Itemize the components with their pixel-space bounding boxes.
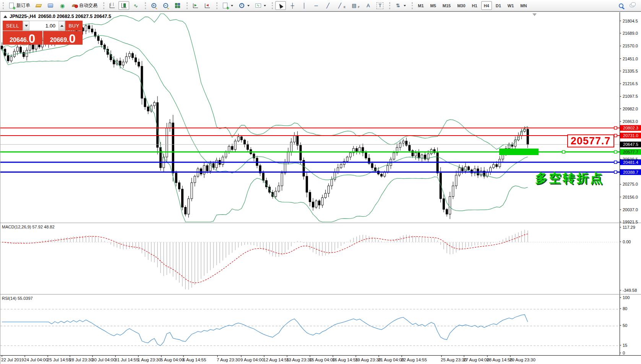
chart-window[interactable]: 21804.521689.021570.021451.021335.521216… bbox=[0, 12, 641, 364]
auto-scroll-button[interactable]: ▶ bbox=[190, 1, 201, 10]
buy-price-big-digit: 0 bbox=[69, 34, 76, 44]
channel-tool-button[interactable]: ╱ E bbox=[334, 1, 347, 10]
svg-text:20802.3: 20802.3 bbox=[623, 126, 638, 130]
search-icon bbox=[618, 2, 625, 9]
timeframe-button-m1[interactable]: M1 bbox=[415, 1, 426, 10]
svg-text:20982.0: 20982.0 bbox=[623, 107, 638, 111]
search-button[interactable] bbox=[616, 1, 626, 10]
rsi-indicator-label: RSI(14) 55.0397 bbox=[2, 296, 33, 301]
candlestick-chart-button[interactable] bbox=[118, 1, 129, 10]
new-order-button[interactable]: 新订单 bbox=[6, 1, 32, 10]
zoom-out-button[interactable]: − bbox=[160, 1, 171, 10]
volume-field[interactable]: 1.00 bbox=[29, 21, 58, 30]
line-chart-button[interactable]: ∿ bbox=[130, 1, 141, 10]
timeframe-button-h1[interactable]: H1 bbox=[469, 1, 480, 10]
buy-button-label: BUY bbox=[68, 23, 79, 29]
signals-button[interactable]: ◉ bbox=[57, 1, 68, 10]
bollinger-bands bbox=[2, 14, 528, 222]
tile-windows-icon bbox=[174, 2, 181, 9]
timeframe-button-d1[interactable]: D1 bbox=[493, 1, 504, 10]
new-chart-caret-icon bbox=[231, 5, 233, 6]
svg-text:27 Aug 04:00: 27 Aug 04:00 bbox=[463, 358, 489, 362]
tile-windows-button[interactable] bbox=[172, 1, 183, 10]
text-tool-button[interactable]: A bbox=[363, 1, 373, 10]
periods-caret-icon bbox=[247, 5, 250, 6]
sell-price: 20646. bbox=[10, 37, 28, 44]
cursor-tool-button[interactable] bbox=[275, 1, 286, 10]
sell-button[interactable]: SELL bbox=[3, 21, 23, 31]
svg-text:20481.4: 20481.4 bbox=[623, 160, 638, 165]
toolbar-group-objects: ∿ bbox=[215, 0, 271, 11]
buy-button[interactable]: BUY bbox=[65, 21, 83, 31]
new-chart-button[interactable] bbox=[220, 1, 235, 10]
sell-price-button[interactable]: 20646. 0 bbox=[3, 31, 42, 45]
svg-text:19921.5: 19921.5 bbox=[623, 220, 638, 224]
svg-text:0.00: 0.00 bbox=[623, 239, 631, 244]
chart-title-symbol: JPN225-,H4 bbox=[10, 14, 36, 19]
svg-text:25 Aug 23:30: 25 Aug 23:30 bbox=[441, 358, 467, 362]
buy-price-button[interactable]: 20669. 0 bbox=[43, 31, 83, 45]
svg-text:9 Aug 04:00: 9 Aug 04:00 bbox=[240, 358, 264, 362]
periods-button[interactable] bbox=[236, 1, 252, 10]
time-axis[interactable] bbox=[2, 356, 510, 357]
rsi-pane bbox=[0, 298, 621, 353]
volume-decrease-button[interactable] bbox=[23, 21, 29, 30]
svg-text:28 Jul 23:30: 28 Jul 23:30 bbox=[69, 358, 93, 362]
fibonacci-tool-button[interactable]: ▤ F bbox=[349, 1, 362, 10]
timeframe-button-h4[interactable]: H4 bbox=[481, 1, 492, 10]
indicators-button[interactable]: ∿ bbox=[253, 1, 268, 10]
collapse-panel-icon[interactable] bbox=[3, 15, 7, 18]
horizontal-line-tool-button[interactable]: ─ bbox=[311, 1, 321, 10]
volume-increase-button[interactable] bbox=[58, 21, 65, 30]
svg-text:0: 0 bbox=[623, 351, 625, 355]
svg-text:30 Jul 04:00: 30 Jul 04:00 bbox=[92, 358, 116, 362]
candlestick-layer[interactable] bbox=[1, 23, 529, 219]
toolbar-group-shift: ▶ ◀ bbox=[185, 0, 215, 11]
turning-point-annotation[interactable]: 多空转折点 bbox=[535, 170, 604, 187]
new-order-icon bbox=[8, 2, 15, 9]
trendline-tool-button[interactable]: ╱ bbox=[323, 1, 333, 10]
timeframe-button-m30[interactable]: M30 bbox=[454, 1, 468, 10]
text-label-tool-button[interactable]: T bbox=[375, 1, 385, 10]
svg-text:20037.0: 20037.0 bbox=[623, 207, 638, 212]
timeframe-button-m5[interactable]: M5 bbox=[428, 1, 439, 10]
market-watch-button[interactable] bbox=[33, 1, 44, 10]
svg-text:1 Aug 23:30: 1 Aug 23:30 bbox=[138, 358, 161, 362]
bar-chart-icon bbox=[109, 2, 115, 9]
chart-shift-marker[interactable] bbox=[532, 13, 537, 16]
arrows-tool-button[interactable]: ⇅ bbox=[393, 1, 408, 10]
svg-text:80: 80 bbox=[623, 306, 627, 311]
toolbar-group-arrows: ⇅ bbox=[388, 0, 411, 11]
gold-bar-icon bbox=[35, 2, 42, 9]
svg-text:16 Aug 14:55: 16 Aug 14:55 bbox=[332, 358, 358, 362]
candlestick-icon bbox=[120, 2, 127, 9]
price-annotation-label[interactable]: 20577.7 bbox=[567, 134, 614, 147]
zoom-in-button[interactable]: + bbox=[148, 1, 159, 10]
stepper-up-icon bbox=[60, 25, 63, 27]
svg-text:21097.5: 21097.5 bbox=[623, 94, 638, 99]
chat-button[interactable] bbox=[626, 1, 637, 10]
terminal-button[interactable] bbox=[45, 1, 56, 10]
crosshair-tool-button[interactable]: ┼ bbox=[287, 1, 298, 10]
fibonacci-icon: ▤ bbox=[351, 2, 357, 9]
chat-icon bbox=[628, 2, 635, 9]
channel-icon: ╱ bbox=[336, 2, 343, 9]
chart-shift-button[interactable]: ◀ bbox=[202, 1, 213, 10]
vertical-line-tool-button[interactable]: │ bbox=[299, 1, 310, 10]
toolbar-group-trade: 新订单 ◉ 自动交易 bbox=[2, 0, 102, 11]
signal-icon: ◉ bbox=[59, 2, 66, 9]
auto-trading-button[interactable]: 自动交易 bbox=[69, 1, 99, 10]
highlight-rect[interactable] bbox=[499, 149, 539, 155]
timeframe-button-m15[interactable]: M15 bbox=[440, 1, 453, 10]
buy-price: 20669. bbox=[50, 37, 69, 44]
timeframe-button-w1[interactable]: W1 bbox=[505, 1, 517, 10]
svg-text:13 Aug 23:30: 13 Aug 23:30 bbox=[286, 358, 312, 362]
arrows-icon: ⇅ bbox=[394, 2, 401, 9]
bar-chart-button[interactable] bbox=[107, 1, 117, 10]
svg-text:21689.0: 21689.0 bbox=[623, 31, 638, 36]
svg-text:12 Aug 14:55: 12 Aug 14:55 bbox=[263, 358, 289, 362]
timeframe-button-mn[interactable]: MN bbox=[518, 1, 529, 10]
svg-text:100: 100 bbox=[623, 295, 630, 300]
svg-text:20647.5: 20647.5 bbox=[623, 142, 638, 147]
svg-text:20156.0: 20156.0 bbox=[623, 195, 638, 199]
